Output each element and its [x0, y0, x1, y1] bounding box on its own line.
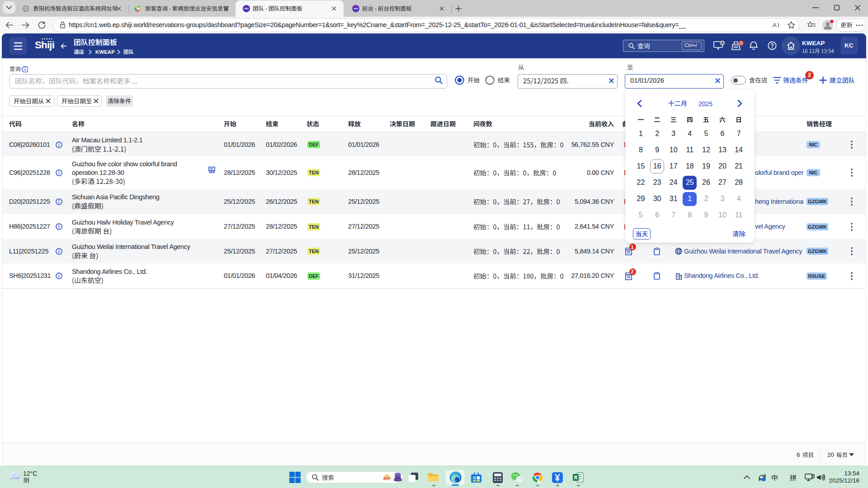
svg-text:A: A: [773, 22, 777, 28]
